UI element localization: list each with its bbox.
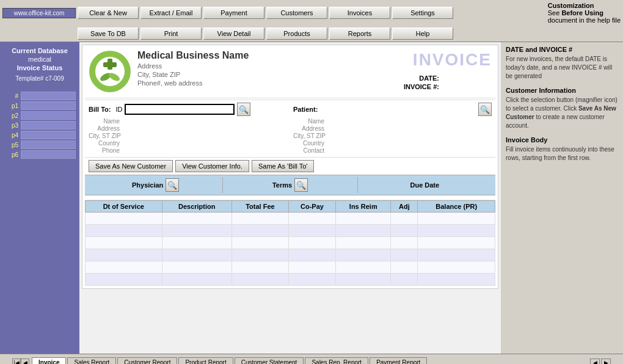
- table-cell[interactable]: [86, 274, 162, 286]
- pat-contact-label: Contact: [293, 147, 327, 154]
- table-cell[interactable]: [336, 225, 391, 237]
- company-phone: Phone#, web address: [137, 79, 357, 87]
- table-cell[interactable]: [336, 274, 391, 286]
- table-cell[interactable]: [86, 213, 162, 225]
- customers-button[interactable]: Customers: [266, 7, 327, 19]
- table-cell[interactable]: [231, 274, 288, 286]
- help-button[interactable]: Help: [392, 27, 453, 40]
- table-cell[interactable]: [162, 225, 231, 237]
- payment-button[interactable]: Payment: [203, 7, 264, 19]
- table-row: [86, 225, 495, 237]
- table-cell[interactable]: [231, 249, 288, 261]
- tab-first-button[interactable]: |◀: [12, 359, 21, 364]
- products-button[interactable]: Products: [266, 27, 327, 40]
- table-cell[interactable]: [162, 274, 231, 286]
- table-cell[interactable]: [288, 274, 335, 286]
- scroll-right-button[interactable]: ▶: [601, 359, 611, 364]
- sidebar-hash: #: [4, 93, 21, 100]
- table-cell[interactable]: [336, 249, 391, 261]
- table-cell[interactable]: [288, 225, 335, 237]
- terms-label: Terms: [272, 181, 292, 189]
- patient-magnifier-button[interactable]: 🔍: [478, 103, 492, 116]
- name-label: Name: [89, 118, 122, 125]
- bill-to-id-input[interactable]: [125, 104, 235, 115]
- table-cell[interactable]: [391, 213, 418, 225]
- table-cell[interactable]: [336, 213, 391, 225]
- invoices-button[interactable]: Invoices: [329, 7, 390, 19]
- company-name: Medical Business Name: [137, 50, 357, 61]
- tab-product-report[interactable]: Product Report: [178, 357, 233, 364]
- sidebar-p5: p5: [4, 142, 21, 148]
- clear-new-button[interactable]: Clear & New: [78, 7, 139, 19]
- col-dt-service: Dt of Service: [86, 201, 162, 213]
- table-cell[interactable]: [418, 225, 495, 237]
- info-customer-title: Customer Information: [506, 87, 618, 94]
- table-cell[interactable]: [391, 261, 418, 274]
- table-cell[interactable]: [231, 237, 288, 249]
- table-cell[interactable]: [391, 225, 418, 237]
- save-as-new-customer-button[interactable]: Save As New Customer: [89, 160, 173, 172]
- table-cell[interactable]: [86, 237, 162, 249]
- table-cell[interactable]: [418, 237, 495, 249]
- table-cell[interactable]: [231, 213, 288, 225]
- tab-customer-report[interactable]: Customer Report: [117, 357, 177, 364]
- table-row: [86, 237, 495, 249]
- tab-sales-rep.-report[interactable]: Sales Rep. Report: [305, 357, 368, 364]
- save-to-db-button[interactable]: Save To DB: [78, 27, 139, 40]
- table-cell[interactable]: [86, 249, 162, 261]
- table-cell[interactable]: [162, 249, 231, 261]
- settings-button[interactable]: Settings: [392, 7, 453, 19]
- table-cell[interactable]: [162, 237, 231, 249]
- table-cell[interactable]: [162, 261, 231, 274]
- reports-button[interactable]: Reports: [329, 27, 390, 40]
- sidebar: Current Database medical Invoice Status …: [0, 42, 79, 354]
- table-cell[interactable]: [391, 274, 418, 286]
- table-row: [86, 261, 495, 274]
- table-cell[interactable]: [231, 261, 288, 274]
- info-date-text: For new invoices, the default DATE is to…: [506, 55, 618, 81]
- table-cell[interactable]: [418, 261, 495, 274]
- date-label: DATE:: [419, 75, 439, 82]
- patient-label: Patient:: [293, 106, 318, 113]
- view-customer-info-button[interactable]: View Customer Info.: [175, 160, 249, 172]
- table-cell[interactable]: [391, 249, 418, 261]
- table-cell[interactable]: [391, 237, 418, 249]
- info-customer-text: Click the selection button (magnifier ic…: [506, 96, 618, 130]
- table-cell[interactable]: [231, 225, 288, 237]
- tab-customer-statement[interactable]: Customer Statement: [235, 357, 304, 364]
- table-cell[interactable]: [418, 249, 495, 261]
- tab-invoice[interactable]: Invoice: [32, 357, 66, 364]
- table-cell[interactable]: [336, 237, 391, 249]
- table-cell[interactable]: [288, 249, 335, 261]
- table-cell[interactable]: [288, 261, 335, 274]
- bill-to-label: Bill To:: [89, 106, 111, 113]
- terms-magnifier-button[interactable]: 🔍: [294, 178, 308, 192]
- same-as-bill-to-button[interactable]: Same As 'Bill To': [252, 160, 314, 172]
- extract-email-button[interactable]: Extract / Email: [140, 7, 202, 19]
- table-row: [86, 213, 495, 225]
- pat-name-label: Name: [293, 118, 327, 125]
- invoice-table: Dt of Service Description Total Fee Co-P…: [85, 200, 495, 286]
- table-cell[interactable]: [86, 225, 162, 237]
- table-cell[interactable]: [288, 237, 335, 249]
- sidebar-status-label: Invoice Status: [4, 64, 76, 71]
- table-cell[interactable]: [418, 274, 495, 286]
- print-button[interactable]: Print: [140, 27, 202, 40]
- tab-sales-report[interactable]: Sales Report: [67, 357, 116, 364]
- bill-to-magnifier-button[interactable]: 🔍: [237, 103, 250, 116]
- city-label: City, ST ZIP: [89, 133, 123, 139]
- physician-magnifier-button[interactable]: 🔍: [166, 178, 179, 192]
- tab-prev-button[interactable]: ◀: [21, 359, 29, 364]
- tab-payment-report[interactable]: Payment Report: [370, 357, 427, 364]
- table-cell[interactable]: [288, 213, 335, 225]
- table-cell[interactable]: [336, 261, 391, 274]
- info-date-title: DATE and INVOICE #: [506, 46, 618, 53]
- table-cell[interactable]: [162, 213, 231, 225]
- col-ins-reim: Ins Reim: [336, 201, 391, 213]
- tab-nav-prev[interactable]: |◀ ◀: [12, 359, 29, 364]
- scroll-left-button[interactable]: ◀: [590, 359, 600, 364]
- table-cell[interactable]: [86, 261, 162, 274]
- view-detail-button[interactable]: View Detail: [203, 27, 264, 40]
- col-copay: Co-Pay: [288, 201, 335, 213]
- table-cell[interactable]: [418, 213, 495, 225]
